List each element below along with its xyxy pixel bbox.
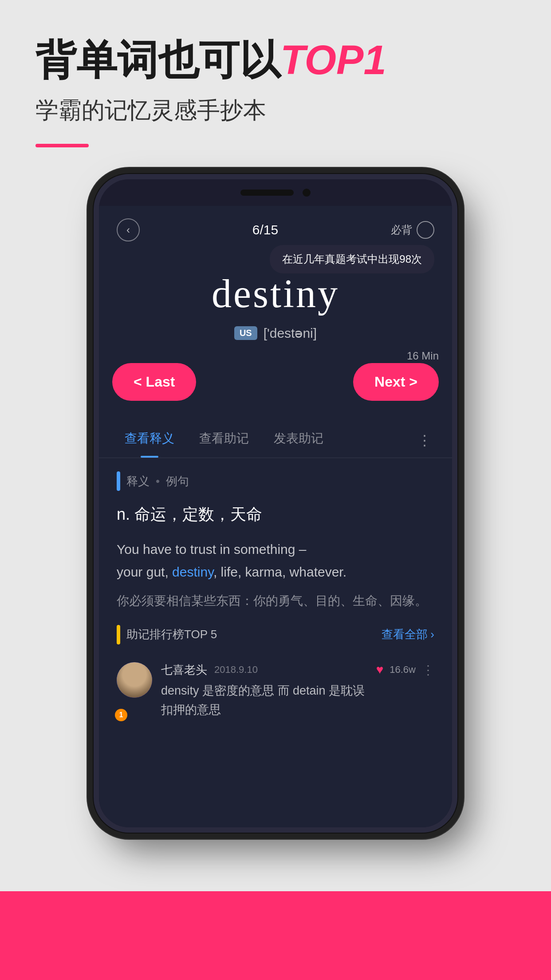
- comment-text-part1: density 是密度的意思 而 detain 是耽误: [161, 684, 365, 697]
- comment-actions: ♥ 16.6w ⋮: [376, 663, 434, 677]
- tab-bar: 查看释义 查看助记 发表助记 ⋮: [99, 414, 452, 458]
- last-button[interactable]: < Last: [112, 363, 196, 401]
- comment-body: 七喜老头 2018.9.10 ♥ 16.6w ⋮ density 是密度的意思 …: [161, 662, 434, 719]
- must-remember-toggle[interactable]: [417, 221, 434, 239]
- pink-bottom-strip: [0, 891, 551, 980]
- example-english: You have to trust in something – your gu…: [117, 538, 434, 583]
- tab-mnemonic[interactable]: 查看助记: [187, 423, 261, 458]
- mnemonic-title-group: 助记排行榜TOP 5: [117, 625, 217, 644]
- phone-device: ‹ 6/15 必背 在近几年真题考试中出现98次 destiny US ['de…: [94, 174, 457, 833]
- phone-speaker: [240, 190, 294, 196]
- word-display: destiny: [117, 271, 434, 316]
- sub-title: 学霸的记忆灵感手抄本: [35, 95, 516, 126]
- see-all-button[interactable]: 查看全部 ›: [382, 627, 434, 642]
- see-all-label: 查看全部: [382, 627, 428, 642]
- next-button[interactable]: Next >: [353, 363, 439, 401]
- back-button[interactable]: ‹: [117, 218, 140, 241]
- tooltip-bubble: 在近几年真题考试中出现98次: [270, 245, 434, 273]
- title-part1: 背单词也可以: [35, 37, 280, 83]
- definition-content: 释义 • 例句 n. 命运，定数，天命 You have to trust in…: [99, 458, 452, 742]
- avatar-wrapper: 1: [117, 662, 152, 719]
- phonetic-badge: US: [234, 326, 257, 340]
- tab-definition-label: 查看释义: [125, 431, 174, 445]
- mnemonic-title: 助记排行榜TOP 5: [126, 627, 217, 642]
- blue-bar-accent: [117, 471, 120, 491]
- mnemonic-header: 助记排行榜TOP 5 查看全部 ›: [117, 625, 434, 644]
- rank-badge: 1: [115, 709, 127, 721]
- comment-date: 2018.9.10: [214, 664, 258, 676]
- example-label: 例句: [166, 474, 189, 489]
- example-en-highlight: destiny: [172, 565, 213, 579]
- time-indicator: 16 Min: [407, 350, 439, 362]
- tab-post-mnemonic[interactable]: 发表助记: [261, 423, 336, 458]
- red-underline: [35, 144, 89, 147]
- tab-post-mnemonic-label: 发表助记: [274, 431, 323, 445]
- nav-buttons: 16 Min < Last Next >: [99, 354, 452, 414]
- phone-top-bar: [99, 179, 452, 206]
- definition-chinese: n. 命运，定数，天命: [117, 502, 434, 527]
- like-count: 16.6w: [390, 664, 416, 676]
- more-options-icon[interactable]: ⋮: [422, 663, 434, 677]
- back-icon: ‹: [126, 224, 130, 236]
- yellow-bar-accent: [117, 625, 120, 644]
- like-icon[interactable]: ♥: [376, 663, 384, 677]
- phone-camera: [303, 189, 311, 197]
- tooltip-text: 在近几年真题考试中出现98次: [282, 253, 422, 265]
- comment-card: 1 七喜老头 2018.9.10 ♥ 16.6w ⋮: [117, 653, 434, 728]
- phone-screen: ‹ 6/15 必背 在近几年真题考试中出现98次 destiny US ['de…: [99, 206, 452, 827]
- dot-sep: •: [156, 474, 160, 488]
- main-title: 背单词也可以TOP1: [35, 36, 516, 84]
- comment-text-part2: 扣押的意思: [161, 703, 221, 716]
- must-remember-label: 必背: [391, 223, 412, 237]
- title-highlight: TOP1: [280, 37, 386, 83]
- definition-label: 释义: [126, 474, 150, 489]
- example-en-part2: your gut,: [117, 565, 172, 579]
- word-phonetic: US ['destəni]: [117, 325, 434, 341]
- avatar-image: [117, 662, 152, 698]
- commenter-name: 七喜老头: [161, 662, 207, 678]
- example-en-part1: You have to trust in something –: [117, 542, 307, 557]
- progress-indicator: 6/15: [252, 222, 278, 237]
- phone-wrapper: ‹ 6/15 必背 在近几年真题考试中出现98次 destiny US ['de…: [0, 174, 551, 833]
- section-header: 释义 • 例句: [117, 471, 434, 491]
- top-section: 背单词也可以TOP1 学霸的记忆灵感手抄本: [0, 0, 551, 147]
- chevron-right-icon: ›: [430, 628, 434, 641]
- example-en-part3: , life, karma, whatever.: [213, 565, 346, 579]
- comment-meta: 七喜老头 2018.9.10 ♥ 16.6w ⋮: [161, 662, 434, 678]
- must-remember-control[interactable]: 必背: [391, 221, 434, 239]
- tab-definition[interactable]: 查看释义: [112, 423, 187, 458]
- example-chinese: 你必须要相信某些东西：你的勇气、目的、生命、因缘。: [117, 590, 434, 612]
- tab-more-button[interactable]: ⋮: [410, 425, 439, 456]
- comment-text: density 是密度的意思 而 detain 是耽误 扣押的意思: [161, 681, 434, 719]
- avatar: [117, 662, 152, 698]
- nav-bar: ‹ 6/15 必背 在近几年真题考试中出现98次: [99, 206, 452, 249]
- phonetic-text: ['destəni]: [264, 325, 317, 341]
- tab-mnemonic-label: 查看助记: [199, 431, 249, 445]
